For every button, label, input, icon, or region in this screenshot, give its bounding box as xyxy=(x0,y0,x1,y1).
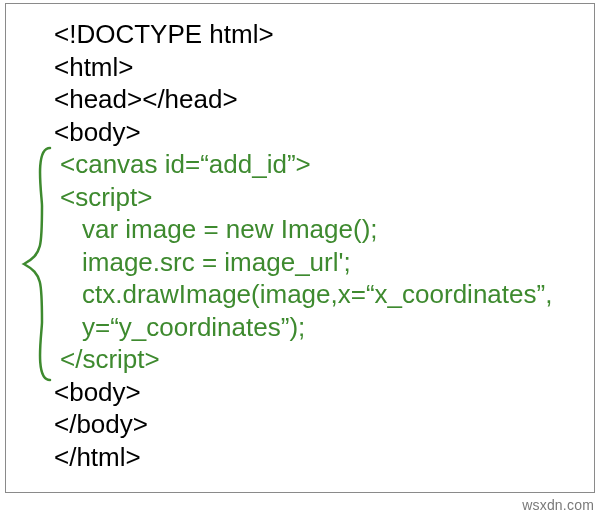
code-line: <canvas id=“add_id”> xyxy=(54,148,552,181)
watermark: wsxdn.com xyxy=(522,497,594,515)
curly-brace-icon xyxy=(20,146,54,382)
code-line: <body> xyxy=(54,376,552,409)
code-line: <script> xyxy=(54,181,552,214)
code-line: <!DOCTYPE html> xyxy=(54,18,552,51)
code-line: <head></head> xyxy=(54,83,552,116)
code-block: <!DOCTYPE html> <html> <head></head> <bo… xyxy=(54,18,552,473)
code-frame: <!DOCTYPE html> <html> <head></head> <bo… xyxy=(5,3,595,493)
code-line: ctx.drawImage(image,x=“x_coordinates”, xyxy=(54,278,552,311)
code-line: var image = new Image(); xyxy=(54,213,552,246)
code-line: image.src = image_url'; xyxy=(54,246,552,279)
code-line: <html> xyxy=(54,51,552,84)
code-line: </body> xyxy=(54,408,552,441)
code-line: y=“y_coordinates”); xyxy=(54,311,552,344)
code-line: </html> xyxy=(54,441,552,474)
code-line: </script> xyxy=(54,343,552,376)
code-line: <body> xyxy=(54,116,552,149)
